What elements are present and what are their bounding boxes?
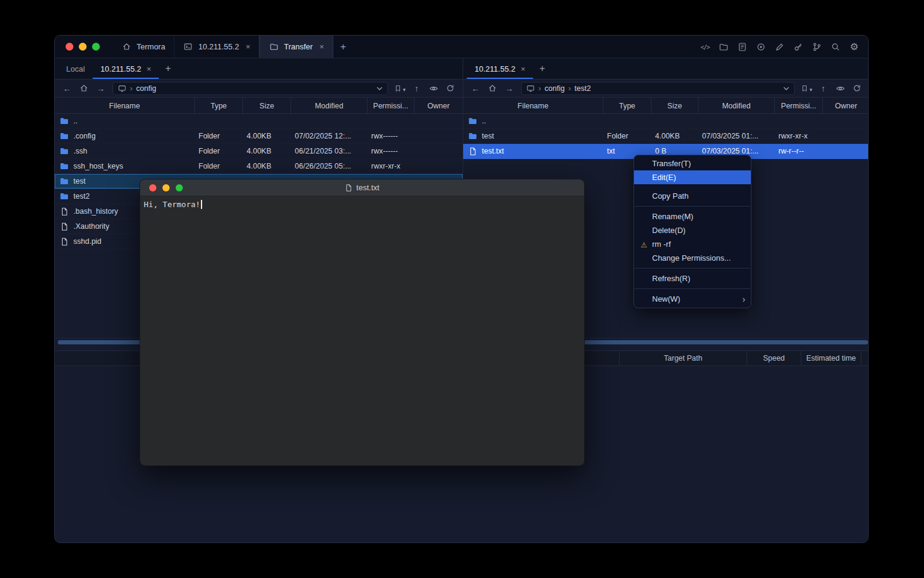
up-directory-button[interactable] — [816, 81, 831, 96]
menu-item-copy-path[interactable]: Copy Path — [634, 189, 751, 203]
file-name: ssh_host_keys — [73, 162, 123, 170]
breadcrumb-segment[interactable]: config — [544, 84, 564, 93]
column-modified[interactable]: Modified — [291, 98, 368, 114]
editor-titlebar[interactable]: test.txt — [140, 179, 584, 196]
chevron-down-icon[interactable] — [377, 87, 383, 90]
file-name: .. — [73, 117, 78, 125]
close-icon[interactable]: × — [147, 65, 152, 73]
close-icon[interactable]: × — [319, 43, 324, 51]
menu-item-rename[interactable]: Rename(M) — [634, 210, 751, 223]
back-button[interactable] — [468, 81, 483, 96]
refresh-button[interactable] — [849, 81, 864, 96]
settings-gear-icon[interactable] — [849, 42, 860, 52]
breadcrumb-segment[interactable]: config — [136, 84, 156, 93]
zoom-window-button[interactable] — [176, 184, 183, 191]
new-file-tab-button-right[interactable]: + — [533, 58, 551, 79]
file-row[interactable]: .ssh Folder 4.00KB 06/21/2025 03:... rwx… — [55, 144, 463, 159]
folder-icon — [60, 176, 69, 186]
file-name: test.txt — [482, 147, 504, 155]
file-name: .Xauthority — [73, 222, 109, 231]
column-modified[interactable]: Modified — [698, 98, 775, 114]
file-row[interactable]: .. — [463, 114, 869, 129]
new-file-tab-button-left[interactable]: + — [159, 58, 177, 79]
file-icon — [60, 207, 69, 216]
chevron-down-icon — [403, 84, 406, 93]
file-row[interactable]: .config Folder 4.00KB 07/02/2025 12:... … — [55, 129, 463, 144]
folder-icon — [60, 191, 69, 201]
column-size[interactable]: Size — [651, 98, 698, 114]
column-type[interactable]: Type — [195, 98, 243, 114]
menu-item-delete[interactable]: Delete(D) — [634, 223, 751, 237]
home-button[interactable] — [76, 81, 91, 96]
menu-item-transfer[interactable]: Transfer(T) — [634, 157, 751, 170]
tab-local[interactable]: Local — [58, 58, 93, 79]
column-filename[interactable]: Filename — [55, 98, 195, 114]
editor-text: Hi, Termora! — [144, 200, 200, 209]
breadcrumb-segment[interactable]: test2 — [574, 84, 591, 93]
close-window-button[interactable] — [66, 43, 73, 51]
key-icon[interactable] — [793, 42, 804, 52]
journal-icon[interactable] — [737, 42, 748, 52]
forward-button[interactable] — [93, 81, 108, 96]
editor-title: test.txt — [140, 183, 584, 192]
git-branch-icon[interactable] — [812, 42, 822, 52]
tab-termora[interactable]: Termora — [112, 36, 174, 58]
folder-icon — [60, 116, 69, 126]
show-hidden-eye-button[interactable] — [833, 81, 848, 96]
menu-item-new[interactable]: New(W) — [634, 292, 751, 306]
zoom-window-button[interactable] — [92, 43, 100, 51]
menu-item-edit[interactable]: Edit(E) — [634, 170, 751, 184]
tab-transfer[interactable]: Transfer × — [259, 36, 333, 58]
record-icon[interactable] — [756, 42, 766, 52]
show-hidden-eye-button[interactable] — [426, 81, 441, 96]
tab-label: 10.211.55.2 — [100, 64, 141, 73]
bookmark-button[interactable] — [392, 81, 407, 96]
folder-icon[interactable] — [718, 42, 729, 52]
new-tab-button[interactable]: + — [333, 36, 354, 58]
search-icon[interactable] — [830, 42, 841, 52]
refresh-button[interactable] — [443, 81, 458, 96]
column-permissions[interactable]: Permissi... — [368, 98, 414, 114]
back-button[interactable] — [60, 81, 75, 96]
column-owner[interactable]: Owner — [414, 98, 463, 114]
menu-item-refresh[interactable]: Refresh(R) — [634, 272, 751, 285]
menu-item-rm-rf[interactable]: rm -rf — [634, 237, 751, 251]
path-field-right[interactable]: config test2 — [521, 82, 795, 95]
bookmark-button[interactable] — [799, 81, 814, 96]
column-target-path[interactable]: Target Path — [619, 351, 747, 365]
text-caret — [201, 200, 202, 209]
minimize-window-button[interactable] — [79, 43, 87, 51]
file-icon — [60, 222, 69, 231]
tab-remote-left[interactable]: 10.211.55.2 × — [93, 58, 159, 79]
column-estimated-time[interactable]: Estimated time — [801, 351, 861, 365]
code-icon[interactable]: </> — [700, 42, 710, 52]
tab-remote-right[interactable]: 10.211.55.2 × — [467, 58, 533, 79]
warning-icon — [641, 240, 647, 249]
file-table-header-right: Filename Type Size Modified Permissi... … — [463, 97, 869, 114]
chevron-down-icon[interactable] — [783, 87, 789, 90]
column-speed[interactable]: Speed — [747, 351, 801, 365]
terminal-icon — [183, 42, 194, 52]
column-owner[interactable]: Owner — [823, 98, 869, 114]
pencil-icon[interactable] — [774, 42, 785, 52]
menu-separator — [635, 288, 750, 289]
file-row[interactable]: .. — [55, 114, 463, 129]
file-row[interactable]: test Folder 4.00KB 07/03/2025 01:... rwx… — [463, 129, 869, 144]
editor-body[interactable]: Hi, Termora! — [140, 196, 584, 213]
column-filename[interactable]: Filename — [463, 98, 603, 114]
close-icon[interactable]: × — [521, 65, 526, 73]
minimize-window-button[interactable] — [162, 184, 170, 191]
column-permissions[interactable]: Permissi... — [775, 98, 823, 114]
file-name: test2 — [73, 192, 90, 200]
close-icon[interactable]: × — [245, 43, 250, 51]
tab-terminal-session[interactable]: 10.211.55.2 × — [174, 36, 259, 58]
up-directory-button[interactable] — [409, 81, 424, 96]
forward-button[interactable] — [502, 81, 517, 96]
close-window-button[interactable] — [149, 184, 156, 191]
column-type[interactable]: Type — [603, 98, 651, 114]
column-size[interactable]: Size — [243, 98, 291, 114]
home-button[interactable] — [485, 81, 500, 96]
path-field-left[interactable]: config — [112, 82, 388, 95]
file-row[interactable]: ssh_host_keys Folder 4.00KB 06/26/2025 0… — [55, 159, 463, 174]
menu-item-change-permissions[interactable]: Change Permissions... — [634, 251, 751, 265]
